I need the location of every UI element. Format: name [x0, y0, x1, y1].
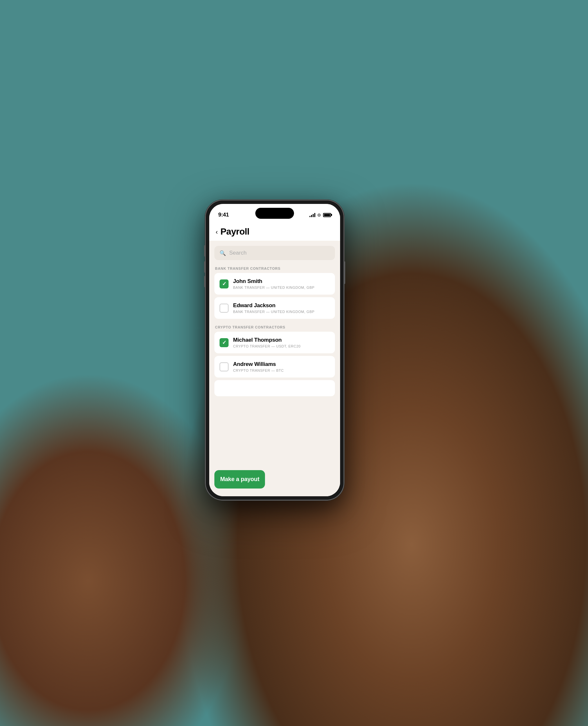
contractor-item-edward-jackson[interactable]: Edward Jackson BANK TRANSFER — UNITED KI… — [214, 297, 335, 319]
contractor-item-andrew-williams[interactable]: Andrew Williams CRYPTO TRANSFER — BTC — [214, 356, 335, 378]
checkbox-michael-thompson[interactable]: ✓ — [219, 338, 229, 347]
search-bar[interactable]: 🔍 Search — [214, 246, 335, 260]
search-icon: 🔍 — [219, 250, 226, 256]
checkbox-john-smith[interactable]: ✓ — [219, 279, 229, 288]
page-title: Payroll — [220, 226, 250, 237]
contractor-info-andrew-williams: Andrew Williams CRYPTO TRANSFER — BTC — [233, 361, 284, 372]
section-header-bank: BANK TRANSFER CONTRACTORS — [214, 266, 335, 270]
checkbox-edward-jackson[interactable] — [219, 304, 229, 312]
make-payout-button[interactable]: Make a payout — [214, 470, 265, 488]
contractor-item-michael-thompson[interactable]: ✓ Michael Thompson CRYPTO TRANSFER — USD… — [214, 332, 335, 353]
phone-mockup: 9:41 ⊜ — [205, 200, 344, 500]
dynamic-island — [255, 208, 294, 219]
contractor-name: Andrew Williams — [233, 361, 284, 367]
contractor-detail: BANK TRANSFER — UNITED KINGDOM, GBP — [233, 310, 315, 314]
search-placeholder: Search — [229, 250, 247, 256]
empty-row — [214, 380, 335, 396]
status-bar: 9:41 ⊜ — [209, 204, 340, 221]
checkmark-icon: ✓ — [222, 281, 226, 286]
phone-frame: 9:41 ⊜ — [205, 200, 344, 500]
back-button[interactable]: ‹ — [216, 228, 218, 236]
phone-screen: 9:41 ⊜ — [209, 204, 340, 496]
section-gap — [214, 321, 335, 325]
signal-icon — [310, 213, 315, 217]
contractor-name: John Smith — [233, 278, 315, 285]
contractor-info-john-smith: John Smith BANK TRANSFER — UNITED KINGDO… — [233, 278, 315, 289]
bottom-area: Make a payout — [209, 470, 340, 496]
contractor-item-john-smith[interactable]: ✓ John Smith BANK TRANSFER — UNITED KING… — [214, 273, 335, 295]
battery-icon — [323, 213, 331, 217]
checkbox-andrew-williams[interactable] — [219, 362, 229, 371]
status-icons: ⊜ — [310, 212, 331, 218]
wifi-icon: ⊜ — [317, 212, 321, 218]
section-header-crypto: CRYPTO TRANSFER CONTRACTORS — [214, 325, 335, 329]
contractor-info-edward-jackson: Edward Jackson BANK TRANSFER — UNITED KI… — [233, 302, 315, 314]
content-area: 🔍 Search BANK TRANSFER CONTRACTORS ✓ Joh… — [209, 241, 340, 470]
contractor-info-michael-thompson: Michael Thompson CRYPTO TRANSFER — USDT,… — [233, 337, 301, 348]
status-time: 9:41 — [218, 212, 229, 218]
contractor-detail: BANK TRANSFER — UNITED KINGDOM, GBP — [233, 286, 315, 289]
contractor-detail: CRYPTO TRANSFER — USDT, ERC20 — [233, 344, 301, 348]
page-header: ‹ Payroll — [209, 221, 340, 241]
contractor-name: Edward Jackson — [233, 302, 315, 309]
screen-content: ‹ Payroll 🔍 Search BANK TRANSFER CONTRAC… — [209, 221, 340, 496]
checkmark-icon: ✓ — [222, 340, 226, 345]
contractor-name: Michael Thompson — [233, 337, 301, 343]
contractor-detail: CRYPTO TRANSFER — BTC — [233, 368, 284, 372]
